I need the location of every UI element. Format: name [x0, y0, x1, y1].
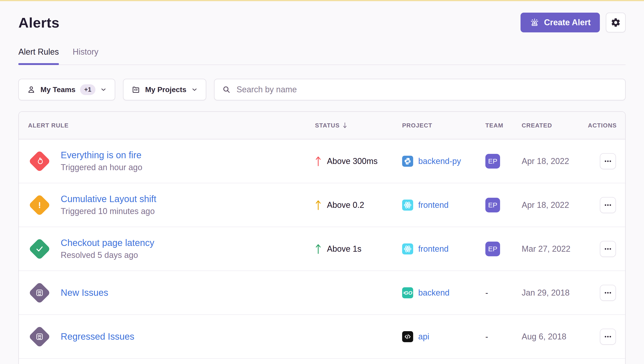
ellipsis-icon [604, 289, 612, 297]
alert-settings-button[interactable] [606, 13, 626, 32]
tab-history[interactable]: History [73, 47, 98, 64]
column-header-team: Team [485, 122, 522, 129]
svg-text:GO: GO [404, 290, 412, 296]
status-cell: Above 300ms [315, 155, 402, 167]
arrow-up-icon [315, 243, 321, 255]
gear-icon [611, 18, 621, 28]
check-diamond-icon [28, 238, 51, 260]
header-actions: Create Alert [521, 13, 626, 32]
project-link[interactable]: frontend [418, 200, 449, 210]
alert-rule-link[interactable]: Checkout page latency [61, 238, 154, 248]
team-badge[interactable]: EP [485, 154, 500, 168]
created-date: Mar 27, 2022 [522, 244, 588, 254]
created-date: Jan 29, 2018 [522, 288, 588, 298]
alert-rule-text: Everything is on fire Triggered an hour … [61, 150, 142, 172]
table-row: Regressed Issues api - Aug 6, 2018 [19, 315, 625, 359]
chevron-down-icon [191, 86, 198, 93]
project-link[interactable]: api [418, 332, 429, 342]
project-link[interactable]: backend-py [418, 156, 461, 166]
teams-filter-label: My Teams [41, 86, 75, 94]
table-row: Everything is on fire Triggered an hour … [19, 140, 625, 183]
team-empty: - [485, 332, 488, 341]
alert-rule-cell: Checkout page latency Resolved 5 days ag… [28, 238, 315, 260]
exclamation-diamond-icon [28, 194, 51, 216]
table-body: Everything is on fire Triggered an hour … [19, 140, 625, 359]
team-badge[interactable]: EP [485, 242, 500, 256]
arrow-up-icon [315, 199, 321, 211]
search-box [214, 79, 626, 100]
project-cell: GO backend [402, 287, 485, 298]
react-icon [402, 200, 413, 210]
alert-rules-table: Alert Rule Status Project Team Created A… [18, 112, 626, 364]
chevron-down-icon [100, 86, 107, 93]
alert-rule-text: Regressed Issues [61, 332, 134, 342]
column-header-status[interactable]: Status [315, 122, 402, 129]
ellipsis-icon [604, 201, 612, 209]
alert-rule-link[interactable]: Everything is on fire [61, 150, 142, 160]
status-text: Above 300ms [327, 156, 377, 166]
python-icon [402, 156, 413, 167]
team-empty: - [485, 288, 488, 298]
team-cell: - [485, 332, 522, 342]
project-link[interactable]: frontend [418, 244, 449, 254]
siren-icon [530, 18, 539, 27]
created-date: Apr 18, 2022 [522, 200, 588, 210]
tabs: Alert Rules History [18, 47, 626, 65]
column-header-actions: Actions [588, 122, 617, 129]
project-link[interactable]: backend [418, 288, 450, 298]
row-actions-button[interactable] [600, 329, 616, 345]
issues-diamond-icon [28, 281, 51, 304]
row-actions-button[interactable] [600, 285, 616, 301]
actions-cell [600, 153, 616, 169]
status-text: Above 1s [327, 244, 361, 254]
fire-diamond-icon [28, 150, 51, 173]
search-input[interactable] [237, 85, 618, 94]
filters-bar: My Teams +1 My Projects [18, 79, 626, 100]
table-row: Checkout page latency Resolved 5 days ag… [19, 227, 625, 271]
table-header-row: Alert Rule Status Project Team Created A… [19, 112, 625, 140]
alert-rule-subtitle: Resolved 5 days ago [61, 250, 154, 260]
ellipsis-icon [604, 332, 612, 341]
status-cell: Above 1s [315, 243, 402, 255]
created-date: Apr 18, 2022 [522, 156, 588, 166]
team-badge[interactable]: EP [485, 198, 500, 212]
table-filler [19, 359, 625, 364]
alert-rule-text: New Issues [61, 288, 108, 298]
alert-rule-cell: Everything is on fire Triggered an hour … [28, 150, 315, 173]
status-text: Above 0.2 [327, 200, 364, 210]
actions-cell [600, 285, 616, 301]
actions-cell [600, 329, 616, 345]
row-actions-button[interactable] [600, 241, 616, 257]
project-cell: frontend [402, 200, 485, 210]
projects-filter-dropdown[interactable]: My Projects [123, 79, 206, 100]
project-cell: api [402, 331, 485, 342]
alert-rule-link[interactable]: New Issues [61, 288, 108, 298]
status-cell: Above 0.2 [315, 199, 402, 211]
ellipsis-icon [604, 157, 612, 165]
sort-arrow-down-icon [342, 122, 348, 129]
column-header-created: Created [522, 122, 588, 129]
tab-alert-rules[interactable]: Alert Rules [18, 47, 59, 64]
project-cell: backend-py [402, 156, 485, 167]
search-icon [222, 85, 231, 94]
projects-filter-label: My Projects [145, 86, 186, 94]
alert-rule-link[interactable]: Cumulative Layout shift [61, 194, 156, 204]
react-icon [402, 244, 413, 254]
table-row: New Issues GO backend - Jan 29, 2018 [19, 271, 625, 315]
row-actions-button[interactable] [600, 153, 616, 169]
page-title: Alerts [18, 14, 60, 31]
actions-cell [600, 241, 616, 257]
team-cell: EP [485, 198, 522, 212]
actions-cell [600, 197, 616, 213]
alert-rule-link[interactable]: Regressed Issues [61, 332, 134, 342]
team-cell: EP [485, 154, 522, 168]
teams-filter-dropdown[interactable]: My Teams +1 [18, 79, 115, 100]
column-header-alert-rule: Alert Rule [28, 122, 315, 129]
create-alert-button[interactable]: Create Alert [521, 13, 600, 32]
go-icon: GO [402, 287, 413, 298]
project-cell: frontend [402, 244, 485, 254]
page-header: Alerts Create Alert [18, 13, 626, 32]
project-folder-icon [131, 85, 140, 94]
row-actions-button[interactable] [600, 197, 616, 213]
team-cell: EP [485, 242, 522, 256]
